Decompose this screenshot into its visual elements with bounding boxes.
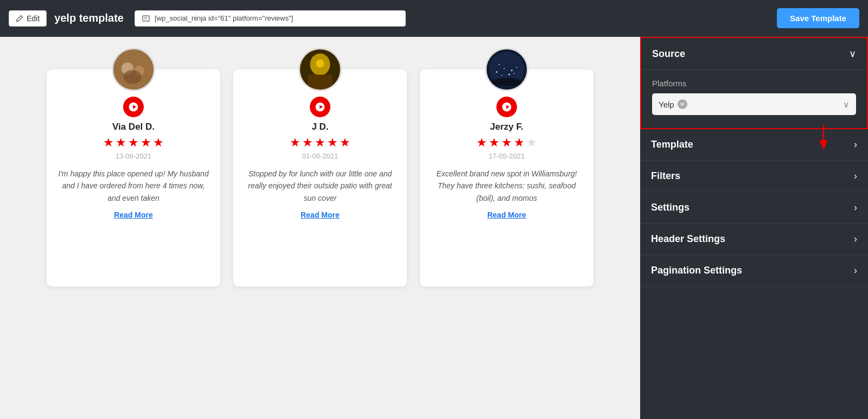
yelp-icon [123, 97, 144, 117]
platform-tag: Yelp ✕ [659, 99, 687, 109]
svg-point-13 [496, 71, 497, 73]
svg-point-20 [499, 64, 500, 65]
yelp-icon [496, 97, 517, 117]
star-rating: ★ ★ ★ ★ ★ [103, 136, 164, 150]
review-text: Stopped by for lunch with our little one… [244, 168, 396, 204]
filters-title: Filters [651, 170, 680, 182]
review-text: I'm happy this place opened up! My husba… [58, 168, 209, 204]
review-card: Via Del D. ★ ★ ★ ★ ★ 13-06-2021 I'm happ… [47, 69, 220, 287]
source-content: Platforms Yelp ✕ ∨ [641, 69, 867, 128]
svg-point-18 [508, 74, 510, 75]
preview-area: Via Del D. ★ ★ ★ ★ ★ 13-06-2021 I'm happ… [0, 37, 640, 419]
chevron-down-icon: ∨ [843, 99, 850, 110]
chevron-right-icon: › [854, 170, 857, 182]
avatar [485, 48, 528, 91]
avatar [112, 48, 155, 91]
template-title: Template [651, 139, 693, 150]
chevron-right-icon: › [854, 139, 857, 150]
svg-point-15 [511, 69, 513, 71]
review-date: 13-06-2021 [116, 152, 152, 160]
star-rating: ★ ★ ★ ★ ★ [290, 136, 350, 150]
header-settings-title: Header Settings [651, 233, 725, 245]
main-layout: Via Del D. ★ ★ ★ ★ ★ 13-06-2021 I'm happ… [0, 37, 868, 419]
template-name: yelp template [54, 12, 124, 24]
svg-point-14 [503, 68, 505, 69]
svg-point-19 [514, 73, 515, 74]
shortcode-text: [wp_social_ninja id="61" platform="revie… [155, 14, 293, 22]
chevron-right-icon: › [854, 202, 857, 213]
shortcode-box[interactable]: [wp_social_ninja id="61" platform="revie… [135, 10, 406, 27]
svg-rect-0 [143, 16, 149, 21]
edit-label: Edit [27, 14, 40, 23]
source-title: Source [652, 48, 685, 60]
svg-point-16 [516, 67, 518, 68]
svg-point-6 [124, 70, 142, 84]
settings-section[interactable]: Settings › [640, 192, 868, 224]
svg-marker-23 [819, 140, 828, 150]
header-settings-section[interactable]: Header Settings › [640, 224, 868, 255]
svg-point-17 [501, 75, 502, 76]
edit-button[interactable]: Edit [9, 10, 47, 27]
reviewer-name: Jerzy F. [490, 122, 523, 132]
star-rating: ★ ★ ★ ★ ★ [476, 136, 537, 150]
read-more-link[interactable]: Read More [487, 211, 526, 219]
reviewer-name: J D. [311, 122, 328, 132]
source-header[interactable]: Source ∨ [641, 38, 867, 69]
chevron-right-icon: › [854, 233, 857, 245]
platform-tag-label: Yelp [659, 100, 674, 109]
arrow-indicator [813, 125, 834, 152]
svg-point-10 [316, 60, 324, 68]
pagination-settings-title: Pagination Settings [651, 265, 742, 276]
read-more-link[interactable]: Read More [114, 211, 153, 219]
topbar: Edit yelp template [wp_social_ninja id="… [0, 0, 868, 37]
svg-point-21 [492, 78, 522, 86]
sidebar: Source ∨ Platforms Yelp ✕ ∨ [640, 37, 868, 419]
filters-section[interactable]: Filters › [640, 161, 868, 192]
tag-close-button[interactable]: ✕ [678, 99, 687, 109]
chevron-down-icon: ∨ [849, 48, 856, 60]
yelp-icon [310, 97, 330, 117]
review-date: 17-05-2021 [489, 152, 525, 160]
avatar [298, 48, 342, 91]
platform-select[interactable]: Yelp ✕ ∨ [652, 93, 856, 115]
save-template-button[interactable]: Save Template [777, 8, 859, 28]
review-date: 01-06-2021 [302, 152, 339, 160]
review-card: Jerzy F. ★ ★ ★ ★ ★ 17-05-2021 Excellent … [420, 69, 593, 287]
settings-title: Settings [651, 202, 690, 213]
svg-rect-9 [308, 74, 333, 90]
reviewer-name: Via Del D. [112, 122, 155, 132]
review-text: Excellent brand new spot in Williamsburg… [431, 168, 583, 204]
chevron-right-icon: › [854, 265, 857, 276]
source-section: Source ∨ Platforms Yelp ✕ ∨ [640, 37, 868, 129]
platforms-label: Platforms [652, 79, 856, 88]
read-more-link[interactable]: Read More [301, 211, 340, 219]
review-card: J D. ★ ★ ★ ★ ★ 01-06-2021 Stopped by for… [233, 69, 407, 287]
pagination-settings-section[interactable]: Pagination Settings › [640, 255, 868, 287]
